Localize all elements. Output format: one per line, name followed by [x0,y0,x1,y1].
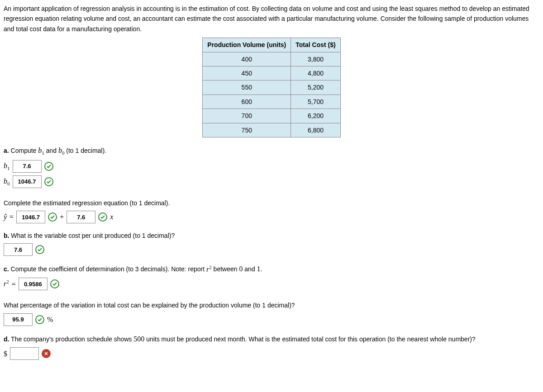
b0-input[interactable] [13,175,42,188]
table-row: 7006,200 [203,109,340,123]
question-c-text: c. Compute the coefficient of determinat… [4,263,539,275]
section-c: c. Compute the coefficient of determinat… [4,263,539,326]
total-cost-input[interactable] [10,347,39,360]
question-a-text: a. Compute b1 and b0 (to 1 decimal). [4,145,539,157]
check-icon [50,279,59,288]
table-cell: 4,800 [291,66,340,80]
intro-text: An important application of regression a… [4,4,539,34]
var-cost-input[interactable] [4,243,33,256]
table-cell: 600 [203,94,291,109]
dollar-sign: $ [4,348,7,360]
pct-input[interactable] [4,313,33,326]
section-d: d. The company's production schedule sho… [4,333,539,360]
check-icon [98,213,107,222]
table-row: 7506,800 [203,123,340,137]
check-icon [35,315,44,324]
table-row: 4003,800 [203,52,340,66]
question-b-text: b. What is the variable cost per unit pr… [4,231,539,241]
table-cell: 6,200 [291,109,340,123]
equals-sign: = [10,211,14,223]
table-header-volume: Production Volume (units) [203,38,291,52]
table-cell: 400 [203,52,291,66]
table-header-cost: Total Cost ($) [291,38,340,52]
x-icon [42,349,51,358]
section-b: b. What is the variable cost per unit pr… [4,231,539,256]
table-row: 4504,800 [203,66,340,80]
x-var: x [110,211,113,223]
pct-variation-text: What percentage of the variation in tota… [4,300,539,310]
yhat-label: ŷ [4,211,7,223]
complete-eq-text: Complete the estimated regression equati… [4,198,539,208]
table-cell: 550 [203,80,291,94]
b0-label: b0 [4,175,10,188]
table-cell: 3,800 [291,52,340,66]
equals-sign: = [12,279,16,290]
plus-sign: + [60,211,64,223]
check-icon [44,162,53,171]
table-cell: 700 [203,109,291,123]
b1-label: b1 [4,160,10,173]
check-icon [44,177,53,186]
table-row: 6005,700 [203,94,340,109]
b1-input[interactable] [13,160,42,173]
check-icon [35,245,44,254]
table-cell: 750 [203,123,291,137]
data-table: Production Volume (units) Total Cost ($)… [202,38,340,137]
table-cell: 5,700 [291,94,340,109]
eq-b0-input[interactable] [16,211,45,223]
pct-symbol: % [47,314,53,326]
section-a: a. Compute b1 and b0 (to 1 decimal). b1 … [4,145,539,223]
r2-input[interactable] [19,278,48,290]
r2-label: r2 [4,278,9,290]
table-cell: 450 [203,66,291,80]
eq-b1-input[interactable] [67,211,95,223]
check-icon [48,213,57,222]
table-cell: 5,200 [291,80,340,94]
question-d-text: d. The company's production schedule sho… [4,333,539,345]
table-row: 5505,200 [203,80,340,94]
table-cell: 6,800 [291,123,340,137]
